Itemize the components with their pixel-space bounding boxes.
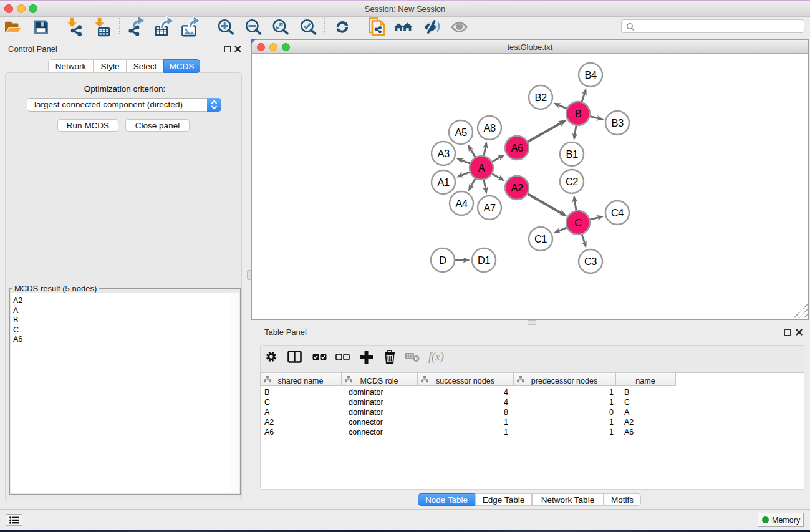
svg-text:A8: A8 xyxy=(483,122,496,133)
svg-text:B2: B2 xyxy=(534,92,547,103)
svg-text:A4: A4 xyxy=(455,198,468,209)
svg-text:A7: A7 xyxy=(483,202,496,213)
svg-text:B1: B1 xyxy=(566,148,578,160)
svg-text:B: B xyxy=(575,108,582,119)
svg-text:A1: A1 xyxy=(437,177,450,188)
svg-text:D: D xyxy=(439,254,446,266)
svg-text:A2: A2 xyxy=(511,182,523,193)
svg-text:C4: C4 xyxy=(611,207,624,218)
svg-text:C: C xyxy=(574,217,582,228)
svg-text:A: A xyxy=(478,162,485,173)
svg-text:D1: D1 xyxy=(478,254,490,266)
svg-text:B3: B3 xyxy=(611,117,624,128)
svg-text:A3: A3 xyxy=(437,148,450,159)
svg-text:C2: C2 xyxy=(566,176,578,187)
svg-text:A6: A6 xyxy=(511,142,523,153)
svg-text:C3: C3 xyxy=(584,256,597,267)
svg-text:A5: A5 xyxy=(455,127,467,138)
svg-text:B4: B4 xyxy=(584,69,597,80)
svg-text:C1: C1 xyxy=(534,233,547,244)
